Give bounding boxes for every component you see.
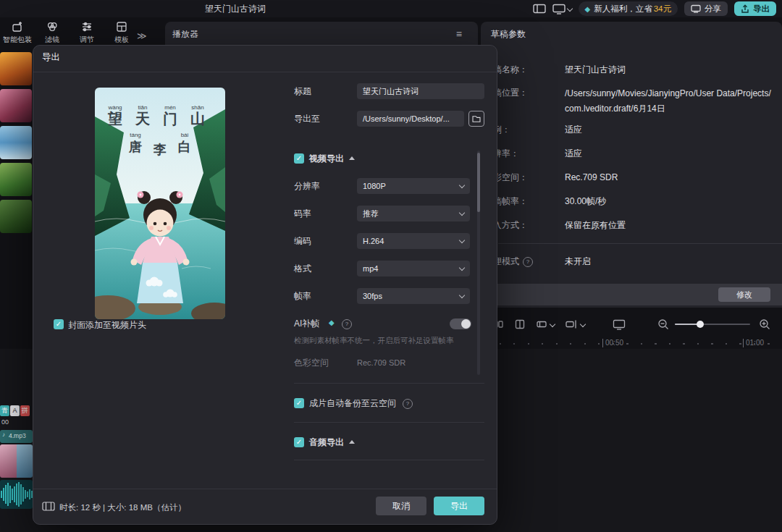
chevron-down-icon [566, 6, 572, 12]
timeline-ruler-ticks [500, 343, 782, 345]
cover-char: 唐 [128, 140, 142, 154]
document-title: 望天门山古诗词 [205, 0, 266, 17]
audio-export-checkbox[interactable]: ✓ [294, 437, 304, 447]
info-icon[interactable]: ? [342, 319, 352, 329]
ai-frame-toggle[interactable] [450, 318, 471, 329]
export-button-top[interactable]: 导出 [734, 1, 776, 16]
color-space-value: Rec.709 SDR [357, 356, 405, 369]
expand-panel-button[interactable]: ≫ [137, 30, 147, 41]
cover-char: 望 [107, 111, 122, 127]
cancel-button[interactable]: 取消 [376, 497, 426, 515]
bitrate-dropdown[interactable]: 推荐 [357, 206, 470, 221]
info-icon[interactable]: ? [403, 399, 413, 409]
music-note-icon: ♪ [2, 431, 5, 438]
collapse-caret-icon[interactable] [349, 440, 355, 444]
promo-badge[interactable]: ◆ 新人福利，立省34元 [579, 1, 678, 16]
divider [294, 383, 484, 384]
vip-diamond-icon: ◆ [585, 5, 591, 13]
tool-filter[interactable]: 滤镜 [35, 20, 70, 45]
divider [294, 422, 484, 423]
format-dropdown[interactable]: mp4 [357, 261, 470, 276]
divider [33, 72, 497, 72]
display-mode-dropdown[interactable] [552, 3, 572, 14]
layout-toggle-icon[interactable] [533, 3, 546, 14]
player-menu-icon[interactable]: ≡ [456, 28, 462, 40]
chevron-down-icon [580, 321, 586, 327]
cover-char: 李 [153, 143, 167, 157]
zoom-in-icon[interactable] [759, 318, 770, 330]
cover-checkbox-label: 封面添加至视频片头 [68, 318, 146, 332]
promo-price: 34元 [654, 4, 671, 14]
tool-adjust[interactable]: 调节 [70, 20, 104, 45]
resolution-dropdown[interactable]: 1080P [357, 178, 470, 194]
draft-row-value: 适应 [565, 123, 582, 136]
draft-row-value: /Users/sunny/Movies/JianyingPro/User Dat… [565, 86, 775, 117]
export-confirm-button[interactable]: 导出 [434, 497, 484, 515]
track-type-chip[interactable]: A [10, 405, 20, 416]
timeline-ruler-label: 00:50 [602, 339, 623, 347]
cover-char: 山 [190, 111, 205, 127]
video-clip-thumbnails[interactable] [0, 444, 33, 478]
video-export-checkbox[interactable]: ✓ [294, 153, 304, 164]
linkage-dropdown[interactable] [536, 318, 555, 330]
top-bar-controls: ◆ 新人福利，立省34元 分享 导出 [533, 1, 777, 16]
preview-axis-dropdown[interactable] [565, 318, 585, 330]
timeline-ruler-label: 01:00 [743, 339, 764, 347]
framerate-dropdown[interactable]: 30fps [357, 288, 470, 304]
media-thumbnail[interactable] [0, 200, 32, 233]
browse-folder-button[interactable] [468, 111, 484, 127]
zoom-slider-handle[interactable] [697, 321, 704, 328]
tool-template[interactable]: 模板 [104, 20, 139, 45]
tool-smart-packaging[interactable]: 智能包装 [0, 20, 35, 45]
fit-screen-icon[interactable] [613, 318, 626, 330]
title-input[interactable]: 望天门山古诗词 [357, 83, 484, 99]
divider [33, 489, 497, 489]
cover-checkbox[interactable]: ✓ [54, 319, 64, 329]
divider [498, 243, 782, 244]
framerate-label: 帧率 [294, 290, 311, 303]
export-info-text: 时长: 12 秒 | 大小: 18 MB（估计） [59, 500, 186, 515]
modify-button[interactable]: 修改 [718, 287, 770, 302]
cloud-backup-checkbox[interactable]: ✓ [294, 398, 304, 408]
duration-icon [42, 502, 55, 511]
collapse-caret-icon[interactable] [349, 156, 355, 160]
timeline-toolbar [492, 318, 626, 330]
chevron-down-icon [459, 237, 465, 243]
cover-pinyin: shān [191, 104, 203, 111]
video-export-label: 视频导出 [309, 152, 344, 165]
cover-char: 门 [163, 111, 177, 127]
chevron-down-icon [459, 182, 465, 188]
codec-dropdown[interactable]: H.264 [357, 233, 470, 249]
cover-pinyin: mén [164, 104, 176, 111]
dialog-title: 导出 [42, 51, 60, 64]
zoom-out-icon[interactable] [657, 318, 669, 330]
timecode-fragment: 00 [1, 418, 9, 426]
info-icon[interactable]: ? [523, 257, 533, 267]
track-type-chip[interactable]: 青 [0, 405, 9, 416]
media-thumbnail[interactable] [0, 52, 32, 85]
form-scrollbar-thumb[interactable] [477, 153, 480, 212]
ai-frame-label: AI补帧 [294, 317, 319, 330]
destination-input[interactable]: /Users/sunny/Desktop/... [357, 111, 464, 127]
media-thumbnail[interactable] [0, 89, 32, 122]
cover-pinyin: bái [181, 132, 189, 138]
destination-field-label: 导出至 [294, 112, 320, 125]
audio-clip[interactable]: ♪ 4.mp3 [0, 430, 33, 443]
share-button[interactable]: 分享 [684, 1, 728, 16]
cover-preview[interactable]: wàng tiān mén shān 望 天 门 山 táng bái 唐 李 … [95, 88, 225, 319]
audio-waveform-clip[interactable] [0, 480, 33, 509]
export-dialog: 导出 [33, 45, 497, 525]
player-panel-header: 播放器 ≡ [165, 22, 478, 47]
draft-row-value: Rec.709 SDR [565, 171, 618, 184]
video-frame [17, 444, 33, 478]
media-thumbnail[interactable] [0, 163, 32, 196]
export-up-icon [741, 4, 749, 13]
resolution-label: 分辨率 [294, 180, 320, 193]
title-field-label: 标题 [294, 85, 311, 98]
cover-char: 天 [135, 111, 150, 127]
ai-frame-hint: 检测到素材帧率不统一，开启后可补足设置帧率 [294, 336, 454, 346]
auto-snap-icon[interactable] [514, 318, 526, 330]
linkage-icon [536, 318, 547, 330]
media-thumbnail[interactable] [0, 126, 32, 159]
track-type-chip[interactable]: 拼 [20, 405, 30, 416]
